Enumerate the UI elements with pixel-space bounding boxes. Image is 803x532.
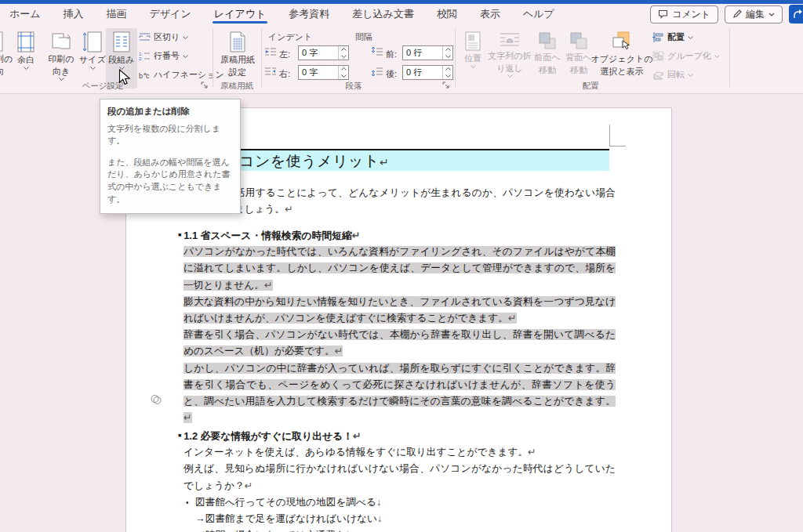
- send-backward-icon: [569, 31, 588, 50]
- tab-home[interactable]: ホーム: [8, 4, 42, 24]
- spacing-before-label: 前:: [386, 49, 397, 60]
- indent-left-icon: [265, 47, 276, 56]
- tab-insert[interactable]: 挿入: [62, 4, 85, 24]
- tab-draw[interactable]: 描画: [105, 4, 129, 24]
- group-divider: [729, 29, 730, 87]
- bring-forward-button: 前面へ 移動: [532, 28, 563, 89]
- heading-bullet-icon: ■: [178, 232, 181, 237]
- line-break-mark: ↓: [376, 497, 381, 508]
- share-button[interactable]: [789, 5, 803, 24]
- spacing-after-spinner: [442, 66, 452, 79]
- spin-down-icon[interactable]: [443, 73, 452, 80]
- paragraph-mark: ↵: [353, 430, 362, 442]
- editing-mode-button[interactable]: 編集: [725, 5, 783, 24]
- margins-icon: [17, 31, 35, 52]
- tooltip-title: 段の追加または削除: [107, 106, 234, 118]
- intro-paragraph[interactable]: パソコンを活用することによって、どんなメリットが生まれるのか、パソコンを使わない…: [183, 185, 616, 218]
- genko-setting-button[interactable]: 原稿用紙 設定: [216, 28, 259, 89]
- spacing-header: 間隔: [355, 31, 372, 43]
- rotate-icon: [652, 70, 664, 80]
- selection-pane-button[interactable]: オブジェクトの 選択と表示: [594, 28, 649, 89]
- svg-text:c: c: [146, 72, 150, 80]
- bullet-line: •図書館へ行ってその現地の地図を調べる↓: [183, 494, 616, 511]
- genko-paper-icon: [228, 31, 247, 52]
- svg-text:b: b: [139, 72, 143, 80]
- text-boundary-mark: [609, 146, 626, 147]
- heading-1-2: ■1.2 必要な情報がすぐに取り出せる！↵: [183, 427, 616, 444]
- breaks-button[interactable]: 区切り: [139, 30, 188, 45]
- size-icon: [83, 31, 102, 52]
- columns-tooltip: 段の追加または削除 文字列を複数の段に分割します。 また、段組みの幅や間隔を選ん…: [100, 99, 241, 214]
- spacing-after-field[interactable]: [402, 65, 453, 80]
- margin-marker-icon: [150, 394, 162, 405]
- selected-paragraph: 膨大な資料の中から知りたい情報を知りたいとき、ファイルされている資料を一つずつ見…: [183, 294, 616, 327]
- spin-down-icon[interactable]: [339, 73, 348, 80]
- tab-review[interactable]: 校閲: [435, 4, 459, 24]
- paragraph-dialog-launcher[interactable]: [441, 80, 451, 90]
- position-button: 位置: [458, 28, 488, 89]
- indent-left-label: 左:: [279, 49, 290, 60]
- line-numbers-button[interactable]: 1:2: 行番号: [139, 49, 188, 63]
- group-label-arrange: 配置: [458, 81, 723, 92]
- group-objects-icon: [652, 51, 664, 61]
- chevron-down-icon: [183, 36, 188, 39]
- paragraph-mark: ↵: [183, 412, 192, 423]
- page-setup-dialog-launcher[interactable]: [199, 80, 209, 90]
- bullet-icon: •: [186, 494, 189, 511]
- tab-mailings[interactable]: 差し込み文書: [351, 4, 416, 24]
- indent-left-input[interactable]: [299, 46, 338, 60]
- tab-references[interactable]: 参考資料: [287, 4, 331, 24]
- heading-bullet-icon: ■: [178, 432, 181, 438]
- tab-design[interactable]: デザイン: [148, 4, 193, 24]
- paragraph-mark: ↵: [380, 156, 389, 168]
- spin-up-icon[interactable]: [339, 46, 348, 53]
- group-divider: [455, 29, 456, 87]
- line-break-mark: ↓: [377, 513, 382, 524]
- group-divider: [261, 29, 262, 87]
- svg-text:2:: 2:: [139, 56, 143, 61]
- spacing-after-icon: [372, 67, 383, 76]
- indent-right-input[interactable]: [299, 66, 338, 79]
- size-button[interactable]: サイズ: [78, 28, 107, 89]
- text-boundary-mark: [609, 125, 610, 147]
- tab-help[interactable]: ヘルプ: [521, 4, 556, 24]
- margins-button[interactable]: 余白: [9, 28, 42, 89]
- spacing-after-input[interactable]: [403, 66, 442, 79]
- paragraph-mark: ↵: [335, 346, 343, 356]
- group-label-genko: 原稿用紙: [212, 81, 262, 92]
- indent-right-spinner: [338, 66, 348, 79]
- orientation-button[interactable]: 印刷の 向き: [43, 28, 79, 89]
- comments-button[interactable]: コメント: [650, 5, 718, 24]
- document-title[interactable]: ソコンを使うメリット↵: [223, 151, 389, 172]
- spacing-before-spinner: [442, 46, 452, 60]
- spin-down-icon[interactable]: [443, 53, 452, 60]
- wrap-text-button: 文字列の折 り返し: [488, 28, 532, 89]
- chevron-down-icon: [24, 67, 29, 70]
- paragraph: インターネットを使えば、あらゆる情報をすぐに取り出すことができます。↵: [183, 444, 616, 461]
- spacing-before-field[interactable]: [402, 45, 453, 60]
- pencil-icon: [732, 9, 742, 19]
- tooltip-body-line2: また、段組みの幅や間隔を選んだり、あらかじめ用意された書式の中から選ぶこともでき…: [107, 157, 234, 205]
- group-label-page-setup: ページ設定: [0, 81, 205, 92]
- spin-up-icon[interactable]: [339, 66, 348, 73]
- paragraph-mark: ↵: [508, 313, 517, 324]
- position-icon: [465, 31, 481, 51]
- paragraph-mark: ↵: [264, 280, 273, 291]
- indent-right-field[interactable]: [298, 65, 349, 80]
- chevron-down-icon: [688, 36, 693, 39]
- tab-view[interactable]: 表示: [478, 4, 502, 24]
- spin-up-icon[interactable]: [443, 66, 452, 73]
- section-1-2[interactable]: ■1.2 必要な情報がすぐに取り出せる！↵ インターネットを使えば、あらゆる情報…: [183, 427, 616, 532]
- send-backward-button: 背面へ 移動: [563, 28, 594, 89]
- heading-1-1: ■1.1 省スペース・情報検索の時間短縮↵: [183, 226, 616, 244]
- chevron-down-icon: [90, 67, 96, 70]
- chevron-down-icon: [471, 65, 476, 68]
- tab-layout[interactable]: レイアウト: [213, 4, 268, 24]
- spin-down-icon[interactable]: [339, 53, 348, 60]
- align-button[interactable]: 配置: [652, 30, 693, 45]
- spacing-before-input[interactable]: [403, 46, 442, 60]
- indent-left-field[interactable]: [298, 45, 349, 60]
- indent-left-spinner: [338, 46, 348, 60]
- spin-up-icon[interactable]: [443, 46, 452, 53]
- section-1-1[interactable]: ■1.1 省スペース・情報検索の時間短縮↵ パソコンがなかった時代では、いろんな…: [183, 226, 616, 426]
